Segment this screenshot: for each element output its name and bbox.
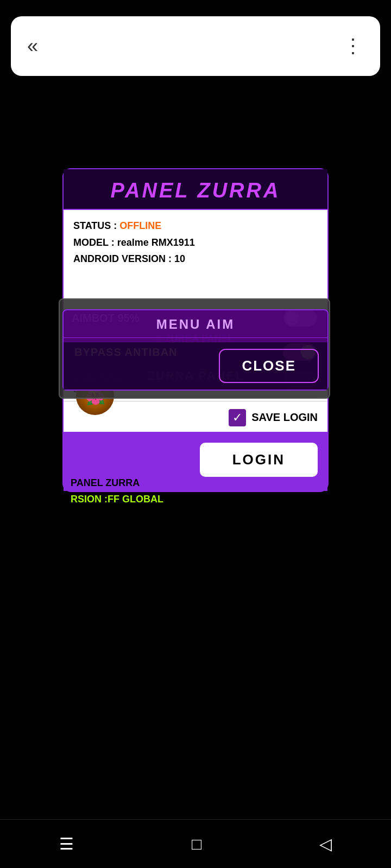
nav-back-icon[interactable]: ◁ [319, 834, 332, 853]
close-dialog: CLOSE [64, 342, 327, 390]
save-login-checkbox[interactable]: ✓ [229, 409, 246, 426]
panel-title: PANEL ZURRA [74, 179, 317, 202]
menu-dots-button[interactable]: ⋮ [343, 35, 364, 58]
model-line: MODEL : realme RMX1911 [73, 234, 318, 251]
status-value: OFFLINE [119, 220, 161, 231]
login-button[interactable]: LOGIN [199, 442, 319, 478]
menu-aim-overlay: MENU AIM BYPASS ANTIBAN ZURRA PANEL CLOS… [62, 309, 329, 391]
nav-home-icon[interactable]: □ [192, 835, 201, 853]
status-line: STATUS : OFFLINE [73, 218, 318, 234]
panel-header: PANEL ZURRA [64, 169, 327, 210]
checkmark-icon: ✓ [232, 411, 242, 425]
nav-menu-icon[interactable]: ☰ [59, 834, 74, 853]
menu-aim-title: MENU AIM [64, 310, 327, 338]
version-text: RSION :FF GLOBAL [71, 494, 163, 505]
panel-zurra-text: PANEL ZURRA [71, 477, 140, 489]
bottom-nav: ☰ □ ◁ [0, 819, 391, 868]
back-button[interactable]: « [27, 35, 38, 58]
android-line: ANDROID VERSION : 10 [73, 251, 318, 267]
save-login-label: SAVE LOGIN [251, 411, 318, 424]
close-button[interactable]: CLOSE [219, 349, 319, 383]
browser-bar: « ⋮ [11, 16, 380, 76]
status-section: STATUS : OFFLINE MODEL : realme RMX1911 … [64, 210, 327, 272]
